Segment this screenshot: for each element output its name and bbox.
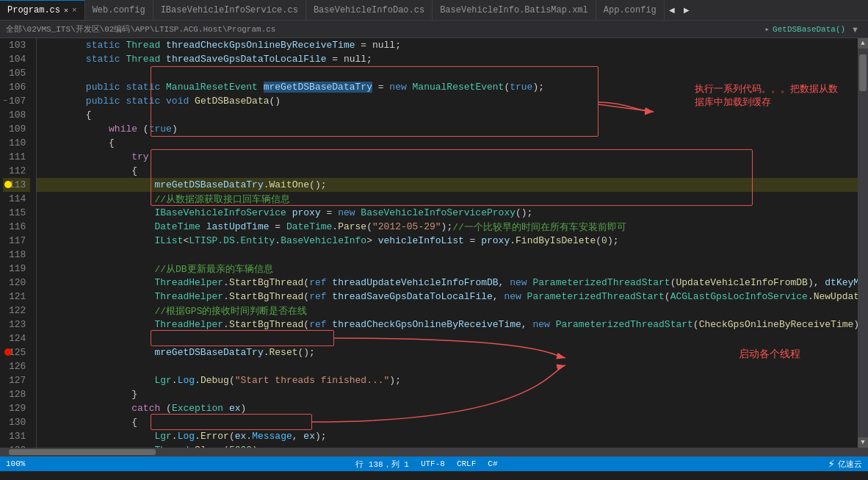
- code-line-117: IList<LTISP.DS.Entity.BaseVehicleInfo> v…: [37, 234, 858, 248]
- code-line-105: [37, 66, 858, 80]
- line-num-114: 114: [3, 192, 30, 206]
- code-line-111: try: [37, 150, 858, 164]
- cursor-position: 行 138，列 1: [355, 459, 409, 470]
- line-num-109: 109: [3, 122, 30, 136]
- code-line-132: Thread.Sleep(5000);: [37, 443, 858, 448]
- line-num-103: 103: [3, 38, 30, 52]
- line-num-129: 129: [3, 401, 30, 415]
- code-line-131: Lgr.Log.Error(ex.Message, ex);: [37, 429, 858, 443]
- line-num-108: 108: [3, 108, 30, 122]
- tab-label: App.config: [604, 5, 657, 15]
- tab-bar: Program.cs ✕ × Web.config IBaseVehicleIn…: [0, 0, 868, 21]
- tab-label: BaseVehicleInfo.BatisMap.xml: [440, 5, 588, 15]
- tab-scroll-right[interactable]: ▶: [679, 0, 694, 21]
- line-num-106: 106: [3, 80, 30, 94]
- code-line-120: ThreadHelper.StartBgThread(ref threadUpd…: [37, 276, 858, 290]
- line-num-122: 122: [3, 304, 30, 318]
- line-num-127: 127: [3, 373, 30, 387]
- line-numbers: 103 104 105 106 − 107 108 109 110 111 11…: [0, 38, 37, 448]
- scroll-down-arrow[interactable]: ▼: [858, 437, 868, 448]
- scroll-up-arrow[interactable]: ▲: [858, 38, 868, 49]
- line-num-124: 124: [3, 332, 30, 345]
- brand-logo: ⚡ 亿速云: [828, 456, 862, 471]
- vertical-scrollbar[interactable]: ▲ ▼: [858, 38, 868, 448]
- line-num-125: 125: [3, 345, 30, 359]
- code-line-123: ThreadHelper.StartBgThread(ref threadChe…: [37, 318, 858, 332]
- tab-label: BaseVehicleInfoDao.cs: [314, 5, 424, 15]
- tab-web-config[interactable]: Web.config: [85, 0, 153, 21]
- code-line-110: {: [37, 136, 858, 150]
- code-line-106: public static ManualResetEvent mreGetDSB…: [37, 80, 858, 94]
- line-num-120: 120: [3, 276, 30, 290]
- tab-program-cs[interactable]: Program.cs ✕ ×: [0, 0, 85, 21]
- code-line-103: static Thread threadCheckGpsOnlineByRece…: [37, 38, 858, 52]
- status-bar: 100% 行 138，列 1 UTF-8 CRLF C# ⚡ 亿速云: [0, 456, 868, 471]
- code-line-104: static Thread threadSaveGpsDataToLocalFi…: [37, 52, 858, 66]
- zoom-level: 100%: [6, 459, 25, 468]
- code-line-115: IBaseVehicleInfoService proxy = new Base…: [37, 206, 858, 220]
- current-function: GetDSBaseData(): [773, 25, 845, 34]
- line-num-130: 130: [3, 415, 30, 429]
- language: C#: [488, 459, 497, 468]
- tab-scroll-left[interactable]: ◀: [665, 0, 679, 21]
- line-num-119: 119: [3, 262, 30, 276]
- tab-label: IBaseVehicleInfoService.cs: [161, 5, 298, 15]
- code-line-114: //从数据源获取接口回车辆信息: [37, 192, 858, 206]
- horizontal-scrollbar[interactable]: [0, 448, 868, 456]
- code-line-112: {: [37, 164, 858, 178]
- tab-close[interactable]: ×: [72, 6, 77, 15]
- code-line-126: [37, 359, 858, 373]
- code-line-124: [37, 332, 858, 345]
- line-num-121: 121: [3, 290, 30, 304]
- line-num-117: 117: [3, 234, 30, 248]
- code-line-116: DateTime lastUpdTime = DateTime.Parse("2…: [37, 220, 858, 234]
- code-line-129: catch (Exception ex): [37, 401, 858, 415]
- code-line-125: mreGetDSBaseDataTry.Reset();: [37, 345, 858, 359]
- brand-name: 亿速云: [838, 459, 862, 470]
- scroll-thumb[interactable]: [859, 54, 867, 91]
- line-num-123: 123: [3, 318, 30, 332]
- tab-base-vehicle-dao[interactable]: BaseVehicleInfoDao.cs: [306, 0, 433, 21]
- line-num-112: 112: [3, 164, 30, 178]
- editor-area: 103 104 105 106 − 107 108 109 110 111 11…: [0, 38, 868, 448]
- code-line-121: ThreadHelper.StartBgThread(ref threadSav…: [37, 290, 858, 304]
- line-num-128: 128: [3, 387, 30, 401]
- line-num-110: 110: [3, 136, 30, 150]
- path-scroll-area: 全部\02VMS_ITS\开发区\02编码\APP\LTISP.ACG.Host…: [6, 24, 762, 35]
- line-num-132: 132: [3, 443, 30, 448]
- line-num-131: 131: [3, 429, 30, 443]
- line-num-118: 118: [3, 248, 30, 262]
- tab-app-config[interactable]: App.config: [596, 0, 665, 21]
- line-num-105: 105: [3, 66, 30, 80]
- collapse-107[interactable]: −: [3, 97, 7, 105]
- line-num-116: 116: [3, 220, 30, 234]
- code-line-107: public static void GetDSBaseData(): [37, 94, 858, 108]
- code-line-109: while (true): [37, 122, 858, 136]
- line-num-104: 104: [3, 52, 30, 66]
- line-num-113: 113: [3, 178, 30, 192]
- h-scroll-thumb[interactable]: [9, 449, 156, 455]
- line-num-107: − 107: [3, 94, 30, 108]
- encoding: UTF-8: [421, 459, 445, 468]
- code-line-122: //根据GPS的接收时间判断是否在线: [37, 304, 858, 318]
- tab-label: Program.cs: [7, 5, 60, 15]
- line-endings: CRLF: [457, 459, 476, 468]
- file-path: 全部\02VMS_ITS\开发区\02编码\APP\LTISP.ACG.Host…: [6, 24, 275, 35]
- code-line-118: [37, 248, 858, 262]
- line-num-126: 126: [3, 359, 30, 373]
- path-bar: 全部\02VMS_ITS\开发区\02编码\APP\LTISP.ACG.Host…: [0, 21, 868, 38]
- tab-ibase-vehicle[interactable]: IBaseVehicleInfoService.cs: [153, 0, 306, 21]
- tab-base-vehicle-batis[interactable]: BaseVehicleInfo.BatisMap.xml: [433, 0, 596, 21]
- brand-icon: ⚡: [828, 456, 835, 471]
- code-line-127: Lgr.Log.Debug("Start threads finished...…: [37, 373, 858, 387]
- code-line-108: {: [37, 108, 858, 122]
- modified-indicator: ✕: [64, 6, 68, 15]
- code-content[interactable]: static Thread threadCheckGpsOnlineByRece…: [37, 38, 868, 448]
- line-num-111: 111: [3, 150, 30, 164]
- tab-label: Web.config: [93, 5, 145, 15]
- function-dropdown[interactable]: ▼: [848, 25, 862, 34]
- code-line-119: //从DB更新最亲的车辆信息: [37, 262, 858, 276]
- code-line-128: }: [37, 387, 858, 401]
- code-line-113: mreGetDSBaseDataTry.WaitOne();: [37, 178, 858, 192]
- path-separator: ▸: [764, 24, 770, 34]
